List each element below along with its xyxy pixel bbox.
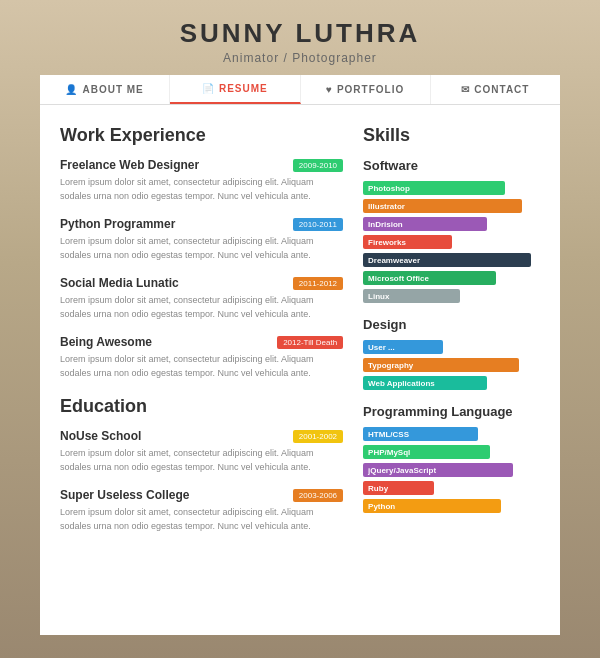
job-title: Social Media Lunatic: [60, 276, 179, 290]
job-entry: Freelance Web Designer 2009-2010 Lorem i…: [60, 158, 343, 203]
skill-category: DesignUser ...TypographyWeb Applications: [363, 317, 540, 390]
skill-label: HTML/CSS: [368, 430, 409, 439]
resume-icon: 📄: [202, 83, 215, 94]
skill-bar-wrap: Photoshop: [363, 181, 540, 195]
skill-label: PHP/MySql: [368, 448, 410, 457]
right-column: Skills SoftwarePhotoshopIllustratorInDri…: [363, 125, 540, 615]
skill-bar-wrap: Fireworks: [363, 235, 540, 249]
school-title: NoUse School: [60, 429, 141, 443]
work-experience-title: Work Experience: [60, 125, 343, 146]
skill-bar: Ruby: [363, 481, 434, 495]
job-date: 2012-Till Death: [277, 336, 343, 349]
job-title: Being Awesome: [60, 335, 152, 349]
mail-icon: ✉: [461, 84, 470, 95]
school-entry: Super Useless College 2003-2006 Lorem ip…: [60, 488, 343, 533]
skill-label: Microsoft Office: [368, 274, 429, 283]
left-column: Work Experience Freelance Web Designer 2…: [60, 125, 343, 615]
skill-bar-wrap: Ruby: [363, 481, 540, 495]
skills-list: SoftwarePhotoshopIllustratorInDrisionFir…: [363, 158, 540, 513]
job-description: Lorem ipsum dolor sit amet, consectetur …: [60, 353, 343, 380]
person-subtitle: Animator / Photographer: [180, 51, 421, 65]
person-icon: 👤: [65, 84, 78, 95]
skill-label: Ruby: [368, 484, 388, 493]
heart-icon: ♥: [326, 84, 333, 95]
skill-category-title: Design: [363, 317, 540, 332]
school-title: Super Useless College: [60, 488, 189, 502]
education-section: Education NoUse School 2001-2002 Lorem i…: [60, 396, 343, 533]
education-title: Education: [60, 396, 343, 417]
skill-label: Fireworks: [368, 238, 406, 247]
skill-label: Dreamweaver: [368, 256, 420, 265]
skill-label: Web Applications: [368, 379, 435, 388]
main-card: Work Experience Freelance Web Designer 2…: [40, 105, 560, 635]
skill-bar-wrap: Dreamweaver: [363, 253, 540, 267]
job-date: 2011-2012: [293, 277, 343, 290]
skill-bar-wrap: HTML/CSS: [363, 427, 540, 441]
person-name: SUNNY LUTHRA: [180, 18, 421, 49]
skill-bar-wrap: Python: [363, 499, 540, 513]
skill-bar-wrap: User ...: [363, 340, 540, 354]
nav-portfolio[interactable]: ♥ PORTFOLIO: [301, 75, 431, 104]
skill-bar-wrap: Illustrator: [363, 199, 540, 213]
skill-bar: Microsoft Office: [363, 271, 496, 285]
job-date: 2010-2011: [293, 218, 343, 231]
job-title: Python Programmer: [60, 217, 175, 231]
skill-bar-wrap: Linux: [363, 289, 540, 303]
skill-bar: jQuery/JavaScript: [363, 463, 513, 477]
jobs-list: Freelance Web Designer 2009-2010 Lorem i…: [60, 158, 343, 380]
job-title: Freelance Web Designer: [60, 158, 199, 172]
skill-label: Photoshop: [368, 184, 410, 193]
school-date: 2003-2006: [293, 489, 343, 502]
skill-category-title: Software: [363, 158, 540, 173]
page-header: SUNNY LUTHRA Animator / Photographer: [180, 18, 421, 65]
skill-label: User ...: [368, 343, 395, 352]
skill-label: Typography: [368, 361, 413, 370]
skill-bar-wrap: Microsoft Office: [363, 271, 540, 285]
skill-bar: PHP/MySql: [363, 445, 490, 459]
skill-bar: HTML/CSS: [363, 427, 478, 441]
nav-contact[interactable]: ✉ CONTACT: [431, 75, 560, 104]
skill-label: Illustrator: [368, 202, 405, 211]
skill-bar: Python: [363, 499, 501, 513]
school-entry: NoUse School 2001-2002 Lorem ipsum dolor…: [60, 429, 343, 474]
school-date: 2001-2002: [293, 430, 343, 443]
skill-label: InDrision: [368, 220, 403, 229]
skill-bar: Web Applications: [363, 376, 487, 390]
skill-bar: Photoshop: [363, 181, 505, 195]
nav-about[interactable]: 👤 ABOUT ME: [40, 75, 170, 104]
skill-bar: InDrision: [363, 217, 487, 231]
skill-bar-wrap: jQuery/JavaScript: [363, 463, 540, 477]
skill-bar: User ...: [363, 340, 443, 354]
job-date: 2009-2010: [293, 159, 343, 172]
skill-category: Programming LanguageHTML/CSSPHP/MySqljQu…: [363, 404, 540, 513]
skill-bar-wrap: InDrision: [363, 217, 540, 231]
skill-bar-wrap: Typography: [363, 358, 540, 372]
nav-resume[interactable]: 📄 RESUME: [170, 75, 300, 104]
skills-title: Skills: [363, 125, 540, 146]
skill-bar-wrap: PHP/MySql: [363, 445, 540, 459]
skill-label: Python: [368, 502, 395, 511]
skill-bar-wrap: Web Applications: [363, 376, 540, 390]
job-description: Lorem ipsum dolor sit amet, consectetur …: [60, 176, 343, 203]
navigation: 👤 ABOUT ME 📄 RESUME ♥ PORTFOLIO ✉ CONTAC…: [40, 75, 560, 105]
job-entry: Being Awesome 2012-Till Death Lorem ipsu…: [60, 335, 343, 380]
skill-label: Linux: [368, 292, 389, 301]
skill-bar: Typography: [363, 358, 519, 372]
skill-bar: Illustrator: [363, 199, 522, 213]
schools-list: NoUse School 2001-2002 Lorem ipsum dolor…: [60, 429, 343, 533]
job-description: Lorem ipsum dolor sit amet, consectetur …: [60, 294, 343, 321]
skill-category-title: Programming Language: [363, 404, 540, 419]
skill-bar: Linux: [363, 289, 460, 303]
skill-category: SoftwarePhotoshopIllustratorInDrisionFir…: [363, 158, 540, 303]
skill-bar: Dreamweaver: [363, 253, 531, 267]
job-entry: Python Programmer 2010-2011 Lorem ipsum …: [60, 217, 343, 262]
school-description: Lorem ipsum dolor sit amet, consectetur …: [60, 506, 343, 533]
skill-label: jQuery/JavaScript: [368, 466, 436, 475]
school-description: Lorem ipsum dolor sit amet, consectetur …: [60, 447, 343, 474]
skill-bar: Fireworks: [363, 235, 451, 249]
job-entry: Social Media Lunatic 2011-2012 Lorem ips…: [60, 276, 343, 321]
job-description: Lorem ipsum dolor sit amet, consectetur …: [60, 235, 343, 262]
